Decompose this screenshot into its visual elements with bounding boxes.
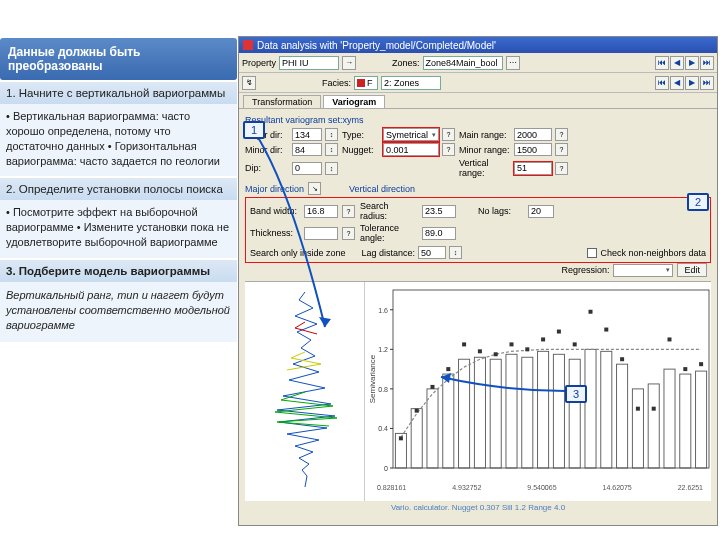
toolbar-facies: ↯ Facies: F 2: Zones ⏮ ◀ ▶ ⏭: [239, 73, 717, 93]
toolbar-property: Property PHI IU → Zones: Zone84Main_bool…: [239, 53, 717, 73]
thick-help-icon[interactable]: ?: [342, 227, 355, 240]
nav-last-icon[interactable]: ⏭: [700, 56, 714, 70]
zone-edit-icon[interactable]: ⋯: [506, 56, 520, 70]
type-select[interactable]: Symetrical: [383, 128, 439, 141]
svg-text:0: 0: [384, 465, 388, 472]
nugget-field[interactable]: 0.001: [383, 143, 439, 156]
chart-left: [245, 282, 365, 501]
band-label: Band width:: [250, 206, 300, 216]
property-label: Property: [242, 58, 276, 68]
main-range-label: Main range:: [459, 130, 511, 140]
step2-title: 2. Определите установки полосы поиска: [0, 178, 237, 200]
direction-row: Major direction ↘ Vertical direction: [245, 182, 711, 195]
nav2-prev-icon[interactable]: ◀: [670, 76, 684, 90]
nav2-next-icon[interactable]: ▶: [685, 76, 699, 90]
svg-rect-19: [506, 354, 517, 468]
zones-label: Zones:: [392, 58, 420, 68]
svg-rect-0: [393, 290, 709, 468]
svg-rect-20: [522, 357, 533, 468]
nugget-label: Nugget:: [342, 145, 380, 155]
chart-row: 00.40.81.21.6Semivariance 0.828161 4.932…: [245, 281, 711, 501]
window-title: Data analysis with 'Property_model/Compl…: [257, 40, 496, 51]
nav2-first-icon[interactable]: ⏮: [655, 76, 669, 90]
svg-rect-37: [478, 349, 482, 353]
vertical-range-field[interactable]: 51: [514, 162, 552, 175]
svg-rect-24: [585, 349, 596, 468]
svg-text:Semivariance: Semivariance: [368, 354, 377, 403]
nav2-last-icon[interactable]: ⏭: [700, 76, 714, 90]
nugget-help-icon[interactable]: ?: [442, 143, 455, 156]
facies-label: Facies:: [322, 78, 351, 88]
edit-button[interactable]: Edit: [677, 263, 707, 277]
regression-select[interactable]: [613, 264, 673, 277]
svg-rect-17: [474, 357, 485, 468]
nav-first-icon[interactable]: ⏮: [655, 56, 669, 70]
facies-select[interactable]: F: [354, 76, 378, 90]
svg-rect-25: [601, 351, 612, 468]
tab-transformation[interactable]: Transformation: [243, 95, 321, 108]
app-icon: [243, 40, 253, 50]
callout-3: 3: [565, 385, 587, 403]
main-range-help-icon[interactable]: ?: [555, 128, 568, 141]
minor-range-field[interactable]: 1500: [514, 143, 552, 156]
stepper-icon[interactable]: ↕: [325, 128, 338, 141]
zones-select[interactable]: Zone84Main_bool: [423, 56, 503, 70]
panel-header: Данные должны быть преобразованы: [0, 38, 237, 80]
vrange-help-icon[interactable]: ?: [555, 162, 568, 175]
tol-field[interactable]: 89.0: [422, 227, 456, 240]
chart-right: 00.40.81.21.6Semivariance 0.828161 4.932…: [365, 282, 715, 501]
step1-title: 1. Начните с вертикальной вариограммы: [0, 82, 237, 104]
search-box: Band width: 16.8 ? Search radius: 23.5 N…: [245, 197, 711, 263]
step1-body: • Вертикальная вариограмма: часто хорошо…: [0, 104, 237, 176]
minor-range-help-icon[interactable]: ?: [555, 143, 568, 156]
svg-rect-38: [494, 352, 498, 356]
lagdist-icon[interactable]: ↕: [449, 246, 462, 259]
check-nonneighbors-label: Check non-neighbors data: [600, 248, 706, 258]
link-icon[interactable]: ↯: [242, 76, 256, 90]
svg-text:0.4: 0.4: [378, 425, 388, 432]
svg-rect-13: [411, 409, 422, 468]
vertical-direction-label: Vertical direction: [349, 184, 415, 194]
svg-rect-49: [668, 337, 672, 341]
major-dir-icon[interactable]: ↘: [308, 182, 321, 195]
thick-label: Thickness:: [250, 228, 300, 238]
property-select[interactable]: PHI IU: [279, 56, 339, 70]
type-help-icon[interactable]: ?: [442, 128, 455, 141]
nav-prev-icon[interactable]: ◀: [670, 56, 684, 70]
lagdist-field[interactable]: 50: [418, 246, 446, 259]
nav-next-icon[interactable]: ▶: [685, 56, 699, 70]
band-help-icon[interactable]: ?: [342, 205, 355, 218]
nolags-field[interactable]: 20: [528, 205, 554, 218]
radius-field[interactable]: 23.5: [422, 205, 456, 218]
param-grid: Major dir: 134 ↕ Type: Symetrical ? Main…: [245, 128, 711, 178]
svg-text:0.8: 0.8: [378, 386, 388, 393]
svg-rect-31: [696, 371, 707, 468]
major-dir-field[interactable]: 134: [292, 128, 322, 141]
minor-dir-field[interactable]: 84: [292, 143, 322, 156]
main-range-field[interactable]: 2000: [514, 128, 552, 141]
stepper3-icon[interactable]: ↕: [325, 162, 338, 175]
section-label: Resultant variogram set:xyms: [245, 115, 711, 125]
tol-label: Tolerance angle:: [360, 223, 418, 243]
arrow-icon[interactable]: →: [342, 56, 356, 70]
svg-text:1.2: 1.2: [378, 346, 388, 353]
svg-rect-50: [683, 367, 687, 371]
variogram-chart: 00.40.81.21.6Semivariance: [365, 282, 715, 482]
svg-rect-47: [636, 407, 640, 411]
thick-field[interactable]: [304, 227, 338, 240]
svg-rect-32: [399, 436, 403, 440]
svg-rect-15: [443, 374, 454, 468]
svg-rect-18: [490, 359, 501, 468]
radius-label: Search radius:: [360, 201, 418, 221]
tab-variogram[interactable]: Variogram: [323, 95, 385, 108]
svg-rect-35: [446, 367, 450, 371]
callout-1: 1: [243, 121, 265, 139]
vertical-range-label: Vertical range:: [459, 158, 511, 178]
zone-level-select[interactable]: 2: Zones: [381, 76, 441, 90]
check-nonneighbors-checkbox[interactable]: [587, 248, 597, 258]
dip-field[interactable]: 0: [292, 162, 322, 175]
type-label: Type:: [342, 130, 380, 140]
svg-rect-43: [573, 342, 577, 346]
stepper2-icon[interactable]: ↕: [325, 143, 338, 156]
band-field[interactable]: 16.8: [304, 205, 338, 218]
